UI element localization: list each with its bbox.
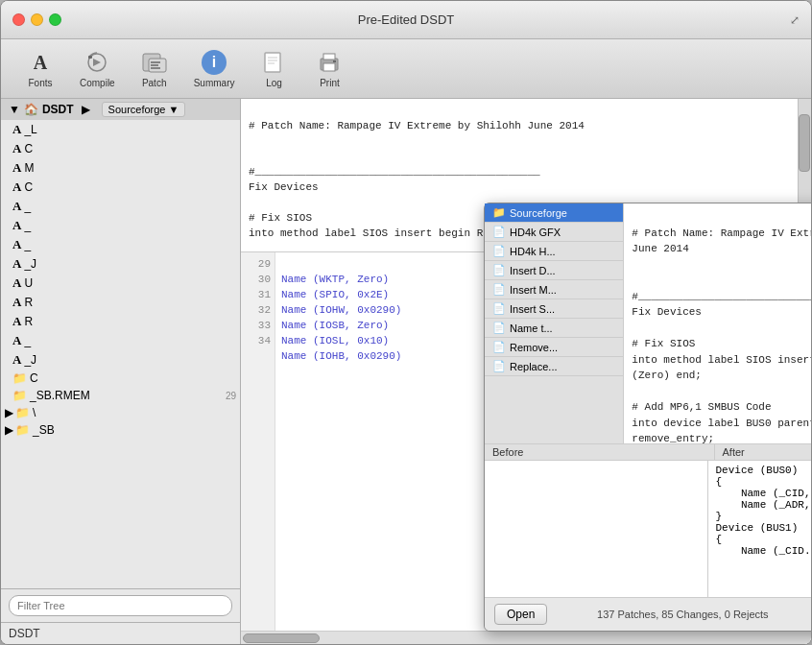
fonts-button[interactable]: A Fonts: [16, 45, 64, 92]
sidebar: ▼ 🏠 DSDT ▶ Sourceforge ▼ A _L A C: [1, 99, 241, 644]
dialog-item-label: Sourceforge: [510, 207, 567, 219]
dialog-item-label: Replace...: [510, 361, 558, 372]
file-icon: 📄: [492, 264, 506, 276]
tree-item-L[interactable]: A _L: [1, 120, 240, 139]
svg-rect-13: [323, 54, 335, 60]
tree-item-under1[interactable]: A _: [1, 197, 240, 216]
tree-item-under4[interactable]: A _: [1, 331, 240, 350]
dialog-item-label: Insert M...: [510, 284, 557, 296]
dialog-item-hd4kgfx[interactable]: 📄 HD4k GFX: [485, 223, 623, 242]
close-button[interactable]: [12, 13, 25, 26]
horizontal-scrollbar[interactable]: [241, 631, 811, 644]
summary-label: Summary: [194, 78, 235, 88]
patch-label: Patch: [142, 78, 167, 88]
diff-header: Before After: [485, 444, 811, 461]
file-icon: 📄: [492, 322, 506, 334]
tree-item-folder-c[interactable]: 📁 C: [1, 370, 240, 387]
patch-button[interactable]: Patch: [131, 45, 179, 92]
tree-item-J[interactable]: A _J: [1, 254, 240, 274]
print-button[interactable]: Print: [305, 45, 353, 92]
dialog-diff: Before After Device (BUS0) { Name (_CID,…: [485, 443, 811, 597]
dialog-item-inserts[interactable]: 📄 Insert S...: [485, 299, 623, 319]
svg-rect-12: [323, 63, 335, 71]
tree-item-C1[interactable]: A C: [1, 139, 240, 158]
dialog-item-label: Name t...: [510, 322, 553, 334]
tree-item-R2[interactable]: A R: [1, 312, 240, 331]
log-button[interactable]: Log: [250, 45, 298, 92]
file-icon: 📄: [492, 245, 506, 257]
maximize-button[interactable]: [49, 13, 61, 26]
titlebar: Pre-Edited DSDT ⤢: [1, 1, 811, 39]
sidebar-collapse-icon[interactable]: ▼: [9, 103, 20, 116]
tree-item-M[interactable]: A M: [1, 158, 240, 178]
dialog-footer: Open 137 Patches, 85 Changes, 0 Rejects …: [485, 597, 811, 631]
expand-icon[interactable]: ⤢: [790, 13, 800, 27]
minimize-button[interactable]: [31, 13, 43, 26]
window-title: Pre-Edited DSDT: [358, 12, 454, 27]
dialog-item-label: Insert D...: [510, 265, 556, 276]
svg-rect-14: [333, 60, 336, 62]
tree-item-sb[interactable]: ▶ 📁 _SB: [1, 421, 240, 439]
tree-item-backslash[interactable]: ▶ 📁 \: [1, 404, 240, 421]
file-icon: 📄: [492, 226, 506, 238]
open-button[interactable]: Open: [494, 604, 547, 625]
dialog-item-insertd[interactable]: 📄 Insert D...: [485, 261, 623, 280]
main-area: ▼ 🏠 DSDT ▶ Sourceforge ▼ A _L A C: [1, 99, 811, 644]
file-icon: 📄: [492, 283, 506, 296]
main-window: Pre-Edited DSDT ⤢ A Fonts Compile: [0, 0, 812, 645]
tree-item-under2[interactable]: A _: [1, 216, 240, 235]
compile-icon: [84, 49, 110, 76]
folder-icon: 📁: [492, 206, 506, 219]
diff-body: Device (BUS0) { Name (_CID,... 00016) Na…: [485, 461, 811, 597]
dialog-item-label: HD4k H...: [510, 246, 556, 257]
tree-item-R1[interactable]: A R: [1, 293, 240, 312]
dialog-item-namet[interactable]: 📄 Name t...: [485, 319, 623, 338]
dialog-item-label: Remove...: [510, 342, 558, 353]
sidebar-header: ▼ 🏠 DSDT ▶ Sourceforge ▼: [1, 99, 240, 120]
sidebar-expand-icon[interactable]: ▶: [82, 103, 90, 116]
tree-item-C2[interactable]: A C: [1, 178, 240, 197]
diff-before-content[interactable]: [485, 461, 708, 597]
summary-icon: i: [201, 49, 227, 76]
tree-item-sbrmem[interactable]: 📁 _SB.RMEM 29: [1, 387, 240, 404]
dialog-item-label: HD4k GFX: [510, 227, 561, 238]
fonts-icon: A: [27, 49, 54, 76]
tree-item-under3[interactable]: A _: [1, 235, 240, 254]
patch-icon: [141, 49, 168, 76]
sourceforge-dropdown[interactable]: Sourceforge ▼: [102, 102, 186, 117]
line-numbers: 29 30 31 32 33 34: [241, 252, 275, 631]
before-header: Before: [485, 444, 715, 460]
dialog-item-insertm[interactable]: 📄 Insert M...: [485, 280, 623, 299]
dialog-item-remove[interactable]: 📄 Remove...: [485, 338, 623, 357]
sidebar-folder-icon: 🏠: [24, 103, 38, 116]
dialog-left-panel: 📁 Sourceforge 📄 HD4k GFX 📄 HD4k H...: [485, 203, 624, 443]
sidebar-tree: A _L A C A M A C: [1, 120, 240, 588]
traffic-lights: [12, 13, 61, 26]
diff-after-content[interactable]: Device (BUS0) { Name (_CID,... 00016) Na…: [708, 461, 812, 597]
dialog-item-sourceforge[interactable]: 📁 Sourceforge: [485, 203, 623, 223]
print-icon: [316, 49, 343, 76]
compile-label: Compile: [80, 78, 115, 88]
print-label: Print: [320, 78, 340, 88]
dialog-item-hd4kh[interactable]: 📄 HD4k H...: [485, 242, 623, 261]
filter-input[interactable]: [9, 595, 232, 616]
file-icon: 📄: [492, 302, 506, 315]
log-label: Log: [266, 78, 282, 88]
h-scrollbar-thumb[interactable]: [243, 633, 320, 643]
editor-area: # Patch Name: Rampage IV Extreme by Shil…: [241, 99, 811, 644]
fonts-label: Fonts: [28, 78, 52, 88]
after-header: After: [715, 444, 812, 460]
dialog-item-replace[interactable]: 📄 Replace...: [485, 357, 623, 376]
file-icon: 📄: [492, 341, 506, 353]
dialog-code-view[interactable]: # Patch Name: Rampage IV Extreme by Shil…: [624, 203, 811, 443]
log-icon: [260, 49, 287, 76]
tree-item-U[interactable]: A U: [1, 274, 240, 293]
sidebar-title: DSDT: [42, 103, 74, 116]
svg-rect-7: [265, 53, 280, 72]
compile-button[interactable]: Compile: [72, 45, 123, 92]
summary-button[interactable]: i Summary: [186, 45, 243, 92]
dialog-list: 📁 Sourceforge 📄 HD4k GFX 📄 HD4k H...: [485, 203, 811, 443]
tree-item-J2[interactable]: A _J: [1, 350, 240, 370]
dialog-item-label: Insert S...: [510, 303, 555, 315]
dialog-right-panel: # Patch Name: Rampage IV Extreme by Shil…: [624, 203, 811, 443]
